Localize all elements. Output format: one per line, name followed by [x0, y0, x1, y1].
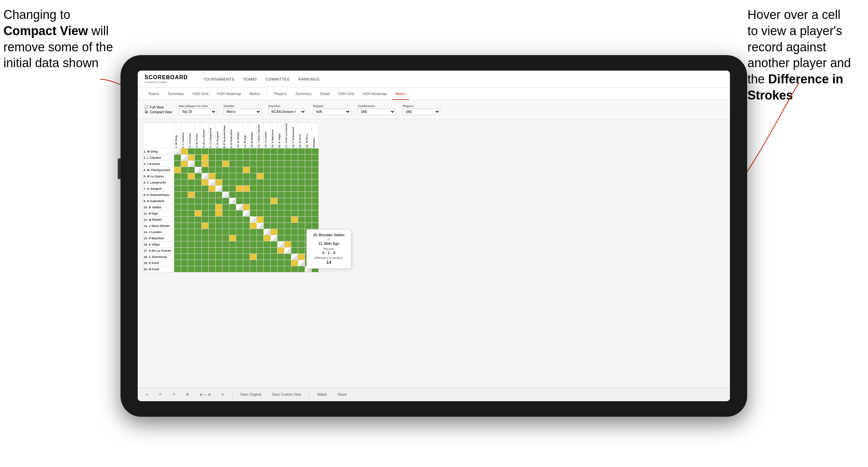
matrix-cell[interactable] [209, 186, 216, 192]
matrix-cell[interactable] [243, 254, 250, 260]
matrix-cell[interactable] [291, 167, 298, 173]
matrix-cell[interactable] [250, 173, 257, 179]
matrix-cell[interactable] [188, 229, 195, 235]
matrix-cell[interactable] [174, 210, 181, 217]
matrix-cell[interactable] [298, 173, 305, 179]
matrix-cell[interactable] [209, 241, 216, 248]
matrix-cell[interactable] [250, 235, 257, 241]
matrix-cell[interactable] [188, 173, 195, 179]
matrix-cell[interactable] [278, 217, 284, 223]
matrix-cell[interactable] [236, 266, 243, 272]
matrix-cell[interactable] [188, 161, 195, 167]
matrix-cell[interactable] [291, 210, 298, 217]
matrix-cell[interactable] [264, 248, 271, 254]
matrix-cell[interactable] [284, 173, 291, 179]
matrix-cell[interactable] [312, 204, 319, 210]
players-select[interactable]: (All) [402, 108, 440, 115]
matrix-cell[interactable] [291, 192, 298, 198]
matrix-cell[interactable] [229, 186, 236, 192]
matrix-cell[interactable] [284, 254, 291, 260]
matrix-cell[interactable] [202, 198, 209, 204]
matrix-cell[interactable] [298, 148, 305, 155]
matrix-cell[interactable] [188, 192, 195, 198]
matrix-cell[interactable] [222, 155, 229, 161]
matrix-cell[interactable] [291, 155, 298, 161]
watch-button[interactable]: Watch [314, 392, 330, 397]
matrix-cell[interactable] [236, 217, 243, 223]
matrix-cell[interactable] [181, 254, 188, 260]
matrix-cell[interactable] [305, 217, 312, 223]
matrix-cell[interactable] [264, 223, 271, 229]
matrix-cell[interactable] [236, 248, 243, 254]
matrix-cell[interactable] [271, 248, 278, 254]
matrix-cell[interactable] [229, 173, 236, 179]
matrix-cell[interactable] [312, 186, 319, 192]
redo-right-button[interactable]: ↷ [170, 392, 178, 397]
matrix-cell[interactable] [195, 210, 202, 217]
matrix-cell[interactable] [202, 248, 209, 254]
matrix-cell[interactable] [216, 173, 222, 179]
matrix-cell[interactable] [222, 241, 229, 248]
matrix-cell[interactable] [250, 217, 257, 223]
matrix-cell[interactable] [250, 260, 257, 266]
matrix-cell[interactable] [284, 266, 291, 272]
conference-select[interactable]: (All) [358, 108, 396, 115]
matrix-cell[interactable] [229, 266, 236, 272]
matrix-cell[interactable] [195, 260, 202, 266]
matrix-cell[interactable] [250, 204, 257, 210]
matrix-cell[interactable] [243, 260, 250, 266]
matrix-cell[interactable] [216, 148, 222, 155]
matrix-cell[interactable] [305, 167, 312, 173]
matrix-cell[interactable] [222, 148, 229, 155]
matrix-cell[interactable] [284, 179, 291, 186]
matrix-cell[interactable] [284, 167, 291, 173]
matrix-cell[interactable] [216, 192, 222, 198]
matrix-cell[interactable] [257, 155, 264, 161]
matrix-cell[interactable] [188, 155, 195, 161]
matrix-cell[interactable] [264, 217, 271, 223]
matrix-cell[interactable] [257, 217, 264, 223]
matrix-cell[interactable] [257, 204, 264, 210]
matrix-cell[interactable] [181, 241, 188, 248]
matrix-cell[interactable] [174, 148, 181, 155]
matrix-cell[interactable] [229, 248, 236, 254]
matrix-cell[interactable] [174, 248, 181, 254]
matrix-cell[interactable] [195, 217, 202, 223]
matrix-cell[interactable] [271, 204, 278, 210]
matrix-cell[interactable] [271, 241, 278, 248]
matrix-cell[interactable] [222, 229, 229, 235]
matrix-cell[interactable] [243, 192, 250, 198]
matrix-cell[interactable] [216, 254, 222, 260]
matrix-cell[interactable] [284, 241, 291, 248]
matrix-cell[interactable] [243, 241, 250, 248]
matrix-cell[interactable] [229, 217, 236, 223]
matrix-cell[interactable] [264, 229, 271, 235]
matrix-cell[interactable] [181, 167, 188, 173]
matrix-cell[interactable] [229, 210, 236, 217]
matrix-cell[interactable] [229, 241, 236, 248]
matrix-cell[interactable] [243, 248, 250, 254]
matrix-cell[interactable] [236, 235, 243, 241]
matrix-cell[interactable] [271, 148, 278, 155]
matrix-cell[interactable] [195, 161, 202, 167]
matrix-cell[interactable] [264, 260, 271, 266]
matrix-cell[interactable] [312, 167, 319, 173]
matrix-cell[interactable] [188, 210, 195, 217]
settings-button[interactable]: ⚙ [183, 392, 192, 397]
matrix-cell[interactable] [257, 266, 264, 272]
matrix-cell[interactable] [278, 155, 284, 161]
matrix-cell[interactable] [250, 198, 257, 204]
matrix-cell[interactable] [250, 248, 257, 254]
matrix-cell[interactable] [264, 148, 271, 155]
matrix-cell[interactable] [298, 186, 305, 192]
matrix-cell[interactable] [195, 266, 202, 272]
matrix-cell[interactable] [209, 229, 216, 235]
matrix-cell[interactable] [202, 186, 209, 192]
matrix-cell[interactable] [243, 148, 250, 155]
nav-tournaments[interactable]: TOURNAMENTS [203, 77, 234, 81]
matrix-cell[interactable] [222, 223, 229, 229]
matrix-cell[interactable] [236, 223, 243, 229]
matrix-cell[interactable] [181, 248, 188, 254]
matrix-cell[interactable] [284, 204, 291, 210]
matrix-cell[interactable] [209, 173, 216, 179]
